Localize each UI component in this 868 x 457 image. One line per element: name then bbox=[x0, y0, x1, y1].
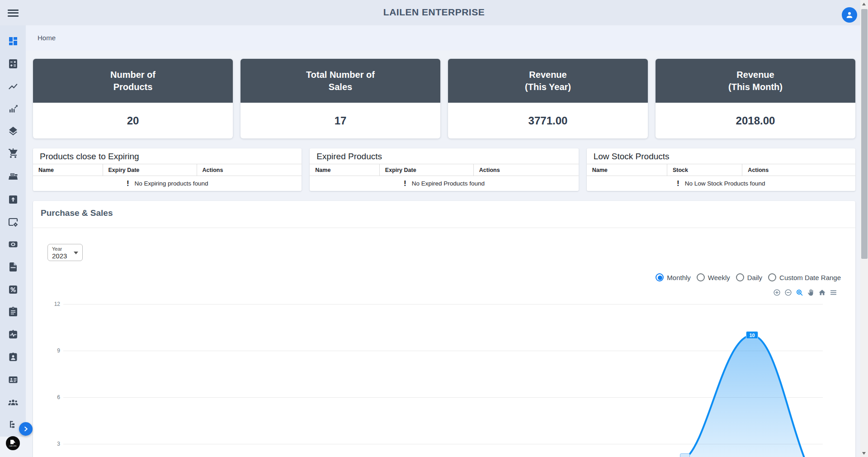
alert-tables-row: Products close to Expiring Name Expiry D… bbox=[33, 148, 855, 191]
column-header-name: Name bbox=[310, 164, 380, 176]
table-title: Products close to Expiring bbox=[33, 148, 302, 164]
low-stock-products-table: Low Stock Products Name Stock Actions ! … bbox=[587, 148, 855, 191]
calculator-icon[interactable] bbox=[8, 58, 19, 69]
stat-card-value: 2018.00 bbox=[656, 103, 855, 138]
document-icon[interactable] bbox=[8, 262, 19, 272]
clipboard-icon[interactable] bbox=[8, 306, 19, 317]
data-label-peak: 10 bbox=[746, 331, 758, 339]
table-header-row: Name Stock Actions bbox=[587, 164, 855, 176]
column-header-stock: Stock bbox=[667, 164, 742, 176]
column-header-actions: Actions bbox=[742, 164, 855, 176]
sidebar-nav bbox=[0, 25, 26, 437]
company-logo[interactable]: LAILEN bbox=[6, 436, 20, 450]
stat-card-title: Number of Products bbox=[33, 59, 233, 103]
table-title: Low Stock Products bbox=[587, 148, 855, 164]
contact-card-icon[interactable] bbox=[8, 374, 19, 385]
dashboard-icon[interactable] bbox=[8, 36, 19, 47]
stat-card-revenue-year: Revenue (This Year) 3771.00 bbox=[448, 59, 648, 138]
data-label-partial bbox=[680, 453, 690, 457]
stat-card-value: 3771.00 bbox=[448, 103, 648, 138]
exclamation-icon: ! bbox=[127, 179, 129, 188]
exclamation-icon: ! bbox=[677, 179, 679, 188]
percent-icon[interactable] bbox=[8, 284, 19, 295]
vertical-scrollbar[interactable] bbox=[860, 0, 868, 457]
people-icon[interactable] bbox=[8, 397, 19, 408]
scrollbar-thumb[interactable] bbox=[861, 9, 868, 259]
sidebar-expand-button[interactable] bbox=[19, 422, 33, 436]
user-avatar-icon[interactable] bbox=[842, 7, 857, 23]
breadcrumb-bar: Home bbox=[26, 25, 860, 51]
stat-card-title: Revenue (This Month) bbox=[656, 59, 855, 103]
stat-card-title: Revenue (This Year) bbox=[448, 59, 648, 103]
empty-state-row: ! No Expired Products found bbox=[310, 176, 578, 191]
money-icon[interactable] bbox=[8, 239, 19, 250]
cart-plus-icon[interactable] bbox=[8, 148, 19, 159]
id-badge-icon[interactable] bbox=[8, 352, 19, 362]
column-header-name: Name bbox=[33, 164, 103, 176]
exclamation-icon: ! bbox=[404, 179, 406, 188]
stat-card-value: 17 bbox=[241, 103, 440, 138]
screen-gear-icon[interactable] bbox=[8, 217, 19, 228]
stat-card-title: Total Number of Sales bbox=[241, 59, 440, 103]
table-header-row: Name Expiry Date Actions bbox=[310, 164, 578, 176]
dashboard-page: LAILEN ENTERPRISE bbox=[0, 0, 868, 457]
stat-card-value: 20 bbox=[33, 103, 233, 138]
expiring-products-table: Products close to Expiring Name Expiry D… bbox=[33, 148, 302, 191]
scroll-up-arrow-icon[interactable] bbox=[862, 3, 866, 5]
layers-icon[interactable] bbox=[8, 126, 19, 137]
scroll-down-arrow-icon[interactable] bbox=[862, 452, 866, 455]
column-header-name: Name bbox=[587, 164, 667, 176]
trending-bars-icon[interactable] bbox=[8, 104, 19, 114]
empty-message: No Low Stock Products found bbox=[685, 180, 765, 187]
column-header-actions: Actions bbox=[474, 164, 579, 176]
app-title: LAILEN ENTERPRISE bbox=[0, 7, 868, 18]
app-header: LAILEN ENTERPRISE bbox=[0, 0, 868, 25]
empty-state-row: ! No Expiring products found bbox=[33, 176, 302, 191]
breadcrumb[interactable]: Home bbox=[38, 34, 56, 42]
stat-cards-row: Number of Products 20 Total Number of Sa… bbox=[33, 59, 855, 138]
empty-message: No Expired Products found bbox=[412, 180, 485, 187]
chevron-right-icon bbox=[23, 426, 29, 432]
line-chart-icon[interactable] bbox=[8, 81, 19, 92]
stat-card-total-sales: Total Number of Sales 17 bbox=[241, 59, 440, 138]
empty-message: No Expiring products found bbox=[135, 180, 208, 187]
activity-icon[interactable] bbox=[8, 329, 19, 340]
column-header-expiry-date: Expiry Date bbox=[380, 164, 474, 176]
table-header-row: Name Expiry Date Actions bbox=[33, 164, 302, 176]
column-header-expiry-date: Expiry Date bbox=[103, 164, 197, 176]
logo-text: LAILEN bbox=[9, 445, 16, 447]
cash-register-icon[interactable] bbox=[8, 171, 19, 181]
stat-card-revenue-month: Revenue (This Month) 2018.00 bbox=[656, 59, 855, 138]
upload-box-icon[interactable] bbox=[8, 194, 19, 205]
stat-card-number-of-products: Number of Products 20 bbox=[33, 59, 233, 138]
area-series[interactable] bbox=[33, 201, 855, 457]
table-title: Expired Products bbox=[310, 148, 578, 164]
column-header-actions: Actions bbox=[197, 164, 302, 176]
org-chart-icon[interactable] bbox=[8, 419, 19, 430]
expired-products-table: Expired Products Name Expiry Date Action… bbox=[310, 148, 578, 191]
purchase-sales-panel: Purchase & Sales Year 2023 Monthly Weekl… bbox=[33, 201, 855, 457]
logo-glyph-icon bbox=[10, 440, 15, 444]
empty-state-row: ! No Low Stock Products found bbox=[587, 176, 855, 191]
